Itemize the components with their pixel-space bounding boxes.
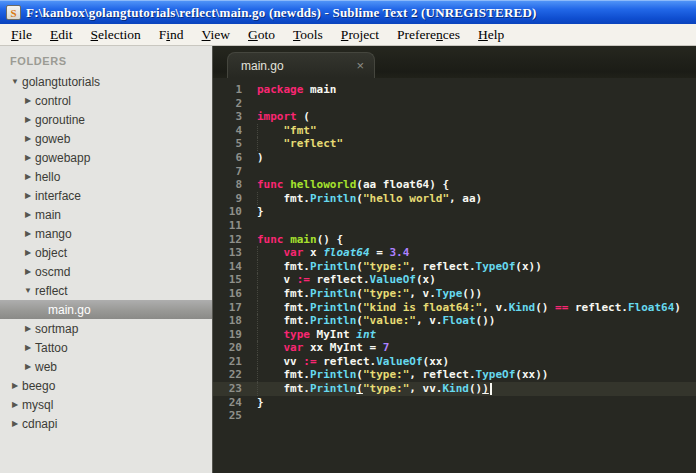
chevron-right-icon[interactable]: ▶ bbox=[8, 400, 22, 409]
chevron-right-icon[interactable]: ▶ bbox=[21, 248, 35, 257]
code-line[interactable]: 5"reflect" bbox=[213, 137, 696, 151]
code-token: fmt. bbox=[283, 260, 310, 273]
code-token: fmt. bbox=[283, 382, 310, 395]
menu-file[interactable]: File bbox=[2, 25, 41, 45]
line-number: 9 bbox=[213, 192, 257, 206]
chevron-right-icon[interactable]: ▶ bbox=[21, 343, 35, 352]
chevron-right-icon[interactable]: ▶ bbox=[8, 381, 22, 390]
folder-item-tattoo[interactable]: ▶Tattoo bbox=[0, 338, 212, 357]
title-bar: S F:\kanbox\golangtutorials\reflect\main… bbox=[0, 0, 696, 24]
line-number: 3 bbox=[213, 110, 257, 124]
code-token: reflect. bbox=[568, 301, 628, 314]
folder-item-cdnapi[interactable]: ▶cdnapi bbox=[0, 414, 212, 433]
code-token: ( bbox=[356, 382, 363, 395]
code-line-content: fmt.Println("value:", v.Float()) bbox=[257, 314, 696, 328]
code-line[interactable]: 1package main bbox=[213, 83, 696, 97]
folder-item-reflect[interactable]: ▼reflect bbox=[0, 281, 212, 300]
chevron-right-icon[interactable]: ▶ bbox=[21, 96, 35, 105]
line-number: 20 bbox=[213, 341, 257, 355]
folder-item-control[interactable]: ▶control bbox=[0, 91, 212, 110]
code-line[interactable]: 3import ( bbox=[213, 110, 696, 124]
chevron-right-icon[interactable]: ▶ bbox=[21, 229, 35, 238]
tab-close-icon[interactable]: × bbox=[356, 59, 364, 72]
menu-project[interactable]: Project bbox=[332, 25, 388, 45]
chevron-down-icon[interactable]: ▼ bbox=[21, 286, 35, 295]
code-line[interactable]: 23fmt.Println("type:", vv.Kind()) bbox=[213, 382, 696, 396]
code-token: "type:" bbox=[363, 287, 409, 300]
code-line[interactable]: 9fmt.Println("hello world", aa) bbox=[213, 192, 696, 206]
code-line[interactable]: 16fmt.Println("type:", v.Type()) bbox=[213, 287, 696, 301]
indent-guide bbox=[257, 273, 283, 287]
code-line-content: func helloworld(aa float64) { bbox=[257, 178, 696, 192]
code-token: Println bbox=[310, 368, 356, 381]
folder-item-goweb[interactable]: ▶goweb bbox=[0, 129, 212, 148]
chevron-right-icon[interactable]: ▶ bbox=[21, 172, 35, 181]
folder-item-beego[interactable]: ▶beego bbox=[0, 376, 212, 395]
code-line[interactable]: 2 bbox=[213, 97, 696, 111]
code-token: reflect. bbox=[317, 355, 377, 368]
code-line[interactable]: 18fmt.Println("value:", v.Float()) bbox=[213, 314, 696, 328]
indent-guide bbox=[257, 246, 283, 260]
code-line[interactable]: 4"fmt" bbox=[213, 124, 696, 138]
code-line[interactable]: 10} bbox=[213, 205, 696, 219]
menu-selection[interactable]: Selection bbox=[82, 25, 150, 45]
menu-view[interactable]: View bbox=[193, 25, 239, 45]
folder-item-mango[interactable]: ▶mango bbox=[0, 224, 212, 243]
sublime-text-window: S F:\kanbox\golangtutorials\reflect\main… bbox=[0, 0, 696, 473]
line-number: 14 bbox=[213, 260, 257, 274]
chevron-down-icon[interactable]: ▼ bbox=[8, 77, 22, 86]
code-line[interactable]: 12func main() { bbox=[213, 233, 696, 247]
code-line-content: type MyInt int bbox=[257, 328, 696, 342]
chevron-right-icon[interactable]: ▶ bbox=[21, 362, 35, 371]
code-line[interactable]: 6) bbox=[213, 151, 696, 165]
code-token: Println bbox=[310, 314, 356, 327]
chevron-right-icon[interactable]: ▶ bbox=[21, 134, 35, 143]
menu-tools[interactable]: Tools bbox=[284, 25, 332, 45]
chevron-right-icon[interactable]: ▶ bbox=[21, 191, 35, 200]
code-line[interactable]: 15v := reflect.ValueOf(x) bbox=[213, 273, 696, 287]
folder-item-object[interactable]: ▶object bbox=[0, 243, 212, 262]
menu-preferences[interactable]: Preferences bbox=[388, 25, 469, 45]
code-token: ( bbox=[356, 314, 363, 327]
line-number: 25 bbox=[213, 409, 257, 423]
folder-item-interface[interactable]: ▶interface bbox=[0, 186, 212, 205]
code-line[interactable]: 24} bbox=[213, 396, 696, 410]
code-line[interactable]: 11 bbox=[213, 219, 696, 233]
file-item-main.go[interactable]: main.go bbox=[0, 300, 212, 319]
folder-item-hello[interactable]: ▶hello bbox=[0, 167, 212, 186]
folder-item-main[interactable]: ▶main bbox=[0, 205, 212, 224]
chevron-right-icon[interactable]: ▶ bbox=[21, 115, 35, 124]
folder-item-goroutine[interactable]: ▶goroutine bbox=[0, 110, 212, 129]
menu-find[interactable]: Find bbox=[150, 25, 193, 45]
tab-bar: main.go × bbox=[213, 46, 696, 78]
code-line[interactable]: 14fmt.Println("type:", reflect.TypeOf(x)… bbox=[213, 260, 696, 274]
folder-item-mysql[interactable]: ▶mysql bbox=[0, 395, 212, 414]
code-line[interactable]: 17fmt.Println("kind is float64:", v.Kind… bbox=[213, 301, 696, 315]
chevron-right-icon[interactable]: ▶ bbox=[21, 267, 35, 276]
menu-help[interactable]: Help bbox=[469, 25, 513, 45]
folder-item-golangtutorials[interactable]: ▼golangtutorials bbox=[0, 72, 212, 91]
code-line[interactable]: 19type MyInt int bbox=[213, 328, 696, 342]
chevron-right-icon[interactable]: ▶ bbox=[8, 419, 22, 428]
code-token: Type bbox=[436, 287, 463, 300]
folder-item-oscmd[interactable]: ▶oscmd bbox=[0, 262, 212, 281]
indent-guide bbox=[257, 368, 283, 382]
code-line[interactable]: 20var xx MyInt = 7 bbox=[213, 341, 696, 355]
folder-item-web[interactable]: ▶web bbox=[0, 357, 212, 376]
code-line[interactable]: 22fmt.Println("type:", reflect.TypeOf(xx… bbox=[213, 368, 696, 382]
chevron-right-icon[interactable]: ▶ bbox=[21, 324, 35, 333]
code-line[interactable]: 8func helloworld(aa float64) { bbox=[213, 178, 696, 192]
folder-item-sortmap[interactable]: ▶sortmap bbox=[0, 319, 212, 338]
chevron-right-icon[interactable]: ▶ bbox=[21, 153, 35, 162]
tab-main-go[interactable]: main.go × bbox=[227, 52, 375, 78]
menu-bar: FileEditSelectionFindViewGotoToolsProjec… bbox=[0, 24, 696, 46]
code-line[interactable]: 13var x float64 = 3.4 bbox=[213, 246, 696, 260]
code-line[interactable]: 25 bbox=[213, 409, 696, 423]
code-editor[interactable]: 1package main23import (4"fmt"5"reflect"6… bbox=[213, 78, 696, 473]
chevron-right-icon[interactable]: ▶ bbox=[21, 210, 35, 219]
menu-goto[interactable]: Goto bbox=[239, 25, 284, 45]
menu-edit[interactable]: Edit bbox=[41, 25, 82, 45]
code-line[interactable]: 21vv := reflect.ValueOf(xx) bbox=[213, 355, 696, 369]
code-line[interactable]: 7 bbox=[213, 165, 696, 179]
folder-item-gowebapp[interactable]: ▶gowebapp bbox=[0, 148, 212, 167]
